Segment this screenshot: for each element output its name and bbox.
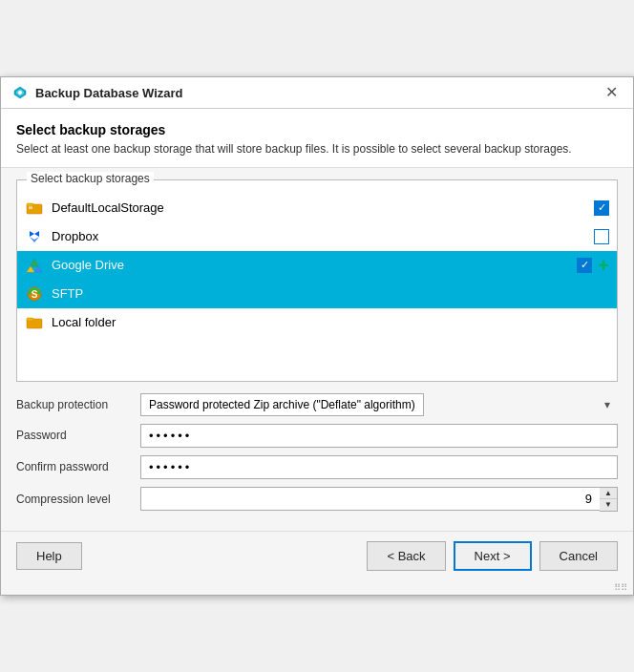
content-area: Select backup storages DefaultLocalStora… [1, 168, 633, 531]
bottom-dots: ⠿⠿ [1, 580, 633, 595]
svg-marker-9 [31, 259, 38, 266]
sftp-icon: S [25, 284, 44, 304]
password-row: Password [16, 424, 618, 448]
storage-item-dropbox[interactable]: Dropbox [17, 222, 617, 251]
checkbox-area-dropbox [594, 229, 609, 244]
checkbox-gdrive[interactable]: ✓ [577, 258, 592, 273]
checkbox-area-defaultlocal: ✓ [594, 200, 609, 216]
dialog: Backup Database Wizard ✕ Select backup s… [0, 76, 634, 596]
spinner-up-button[interactable]: ▲ [600, 488, 617, 499]
footer-left: Help [16, 542, 82, 570]
storage-list: DefaultLocalStorage ✓ Dropbox [17, 190, 617, 381]
svg-rect-5 [27, 203, 33, 206]
local-storage-icon [25, 199, 44, 218]
close-button[interactable]: ✕ [602, 85, 622, 100]
checkbox-defaultlocal[interactable]: ✓ [594, 200, 609, 216]
help-button[interactable]: Help [16, 542, 82, 570]
footer-right: < Back Next > Cancel [367, 541, 618, 571]
svg-marker-8 [30, 237, 39, 242]
checkbox-area-gdrive: ✓ + [577, 256, 609, 275]
password-input[interactable] [140, 424, 618, 448]
svg-rect-4 [29, 206, 32, 209]
backup-protection-wrapper: Password protected Zip archive ("Deflate… [140, 393, 618, 416]
title-bar: Backup Database Wizard ✕ [1, 77, 633, 109]
storage-item-name: Dropbox [52, 229, 609, 243]
storage-item-name: Local folder [52, 315, 609, 329]
header-section: Select backup storages Select at least o… [1, 109, 633, 168]
svg-marker-10 [27, 266, 34, 272]
compression-spinner: 9 ▲ ▼ [140, 487, 618, 512]
storage-group-label: Select backup storages [27, 172, 154, 185]
confirm-password-input[interactable] [140, 455, 618, 479]
storage-item-defaultlocal[interactable]: DefaultLocalStorage ✓ [17, 194, 617, 222]
add-storage-button[interactable]: + [598, 256, 609, 275]
storage-item-name: Google Drive [52, 258, 609, 272]
dropbox-icon [25, 227, 44, 246]
cancel-button[interactable]: Cancel [539, 541, 618, 571]
storage-item-localfolder[interactable]: Local folder [17, 308, 617, 337]
header-title: Select backup storages [16, 122, 618, 137]
confirm-password-label: Confirm password [16, 460, 140, 473]
spinner-buttons: ▲ ▼ [600, 487, 618, 512]
storage-group: Select backup storages DefaultLocalStora… [16, 179, 618, 382]
checkbox-dropbox[interactable] [594, 229, 609, 244]
password-label: Password [16, 429, 140, 442]
localfolder-icon [25, 313, 44, 332]
storage-item-name: DefaultLocalStorage [52, 200, 609, 215]
storage-item-sftp[interactable]: S SFTP [17, 280, 617, 308]
googledrive-icon [25, 256, 44, 275]
backup-protection-select[interactable]: Password protected Zip archive ("Deflate… [140, 393, 424, 416]
header-description: Select at least one backup storage that … [16, 141, 618, 158]
storage-item-googledrive[interactable]: Google Drive ✓ + [17, 251, 617, 280]
svg-rect-16 [27, 318, 33, 321]
next-button[interactable]: Next > [454, 541, 532, 571]
compression-level-input[interactable]: 9 [140, 487, 600, 511]
svg-marker-11 [34, 266, 42, 272]
storage-item-name: SFTP [52, 286, 609, 301]
svg-point-2 [18, 91, 22, 94]
compression-level-label: Compression level [16, 493, 140, 506]
app-icon [12, 85, 28, 100]
back-button[interactable]: < Back [367, 541, 445, 571]
spinner-down-button[interactable]: ▼ [600, 499, 617, 511]
dialog-title: Backup Database Wizard [35, 86, 183, 100]
compression-level-row: Compression level 9 ▲ ▼ [16, 487, 618, 512]
confirm-password-row: Confirm password [16, 455, 618, 479]
backup-protection-label: Backup protection [16, 398, 140, 411]
backup-protection-row: Backup protection Password protected Zip… [16, 393, 618, 416]
footer: Help < Back Next > Cancel [1, 531, 633, 580]
